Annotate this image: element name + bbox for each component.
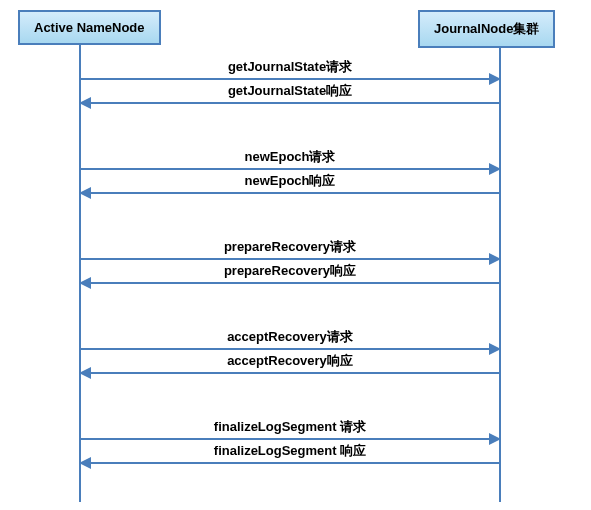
msg-label: getJournalState请求 [80,58,500,78]
participant-left: Active NameNode [18,10,161,45]
msg-row: getJournalState响应 [80,82,500,104]
msg-row: acceptRecovery请求 [80,328,500,350]
msg-label: finalizeLogSegment 请求 [80,418,500,438]
arrow-left-icon [80,462,500,464]
arrow-right-icon [80,258,500,260]
msg-row: finalizeLogSegment 请求 [80,418,500,440]
msg-row: prepareRecovery响应 [80,262,500,284]
msg-label: getJournalState响应 [80,82,500,102]
msg-label: finalizeLogSegment 响应 [80,442,500,462]
msg-row: newEpoch响应 [80,172,500,194]
arrow-right-icon [80,348,500,350]
arrow-left-icon [80,192,500,194]
arrow-right-icon [80,78,500,80]
arrow-right-icon [80,438,500,440]
msg-label: newEpoch响应 [80,172,500,192]
arrow-left-icon [80,102,500,104]
msg-label: acceptRecovery响应 [80,352,500,372]
msg-row: newEpoch请求 [80,148,500,170]
participant-right: JournalNode集群 [418,10,555,48]
msg-label: prepareRecovery响应 [80,262,500,282]
msg-row: getJournalState请求 [80,58,500,80]
participant-left-label: Active NameNode [34,20,145,35]
arrow-left-icon [80,282,500,284]
msg-label: prepareRecovery请求 [80,238,500,258]
msg-label: newEpoch请求 [80,148,500,168]
msg-row: acceptRecovery响应 [80,352,500,374]
participant-right-label: JournalNode集群 [434,21,539,36]
arrow-right-icon [80,168,500,170]
msg-label: acceptRecovery请求 [80,328,500,348]
msg-row: finalizeLogSegment 响应 [80,442,500,464]
arrow-left-icon [80,372,500,374]
msg-row: prepareRecovery请求 [80,238,500,260]
